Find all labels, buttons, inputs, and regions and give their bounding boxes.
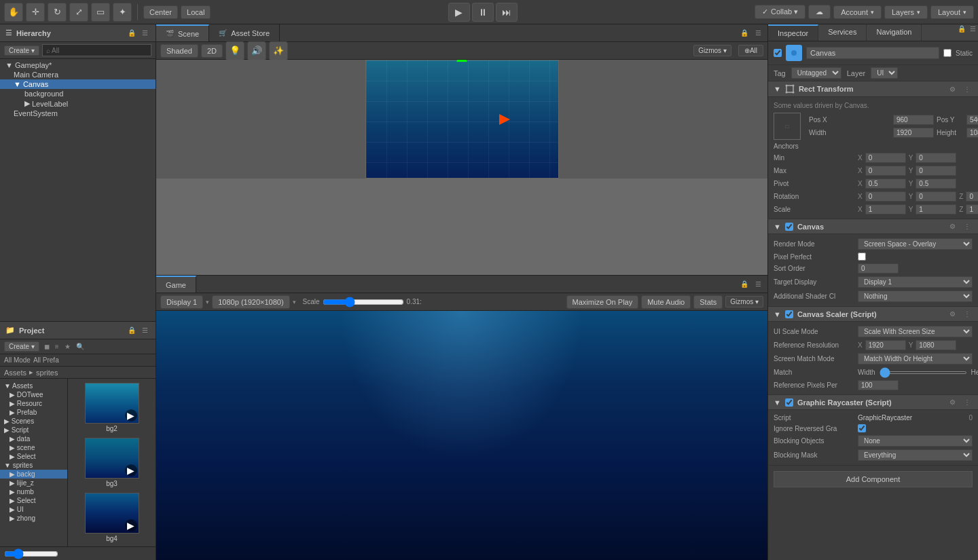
rot-x-input[interactable] bbox=[865, 191, 906, 202]
project-zoom-slider[interactable] bbox=[4, 548, 58, 559]
move-tool-icon[interactable]: ✛ bbox=[26, 3, 45, 22]
canvas-comp-more-icon[interactable]: ⋮ bbox=[962, 222, 973, 231]
pixel-perfect-checkbox[interactable] bbox=[858, 253, 866, 261]
graphic-raycaster-more-icon[interactable]: ⋮ bbox=[962, 398, 973, 407]
tab-asset-store[interactable]: 🛒 Asset Store bbox=[209, 24, 280, 41]
rect-posx-input[interactable] bbox=[893, 115, 934, 125]
stats-button[interactable]: Stats bbox=[693, 295, 723, 309]
center-button[interactable]: Center bbox=[143, 5, 178, 19]
rot-z-input[interactable] bbox=[966, 191, 978, 202]
shaded-button[interactable]: Shaded bbox=[160, 44, 198, 58]
rect-height-input[interactable] bbox=[966, 128, 978, 138]
cloud-button[interactable]: ☁ bbox=[808, 5, 831, 19]
audio-icon[interactable]: 🔊 bbox=[247, 41, 266, 60]
2d-button[interactable]: 2D bbox=[201, 44, 223, 58]
project-view-icon1[interactable]: ◼ bbox=[42, 342, 52, 351]
tree-item-prefab[interactable]: ▶ Prefab bbox=[0, 408, 67, 417]
play-button[interactable]: ▶ bbox=[448, 3, 470, 22]
rot-y-input[interactable] bbox=[916, 191, 956, 202]
tab-navigation[interactable]: Navigation bbox=[867, 24, 922, 41]
rotate-tool-icon[interactable]: ↻ bbox=[48, 3, 67, 22]
hand-tool-icon[interactable]: ✋ bbox=[4, 3, 23, 22]
canvas-scaler-more-icon[interactable]: ⋮ bbox=[962, 310, 973, 318]
scale-x-input[interactable] bbox=[865, 204, 906, 214]
tree-item-sprites[interactable]: ▼ sprites bbox=[0, 461, 67, 470]
asset-bg4[interactable]: ▶ bg4 bbox=[72, 493, 151, 542]
rect-transform-settings-icon[interactable]: ⚙ bbox=[947, 85, 958, 94]
path-assets[interactable]: Assets bbox=[4, 369, 26, 377]
scene-lock-icon[interactable]: 🔒 bbox=[738, 29, 750, 37]
project-view-icon4[interactable]: 🔍 bbox=[74, 342, 86, 351]
project-lock-icon[interactable]: 🔒 bbox=[126, 326, 138, 335]
tree-item-resourc[interactable]: ▶ Resourc bbox=[0, 399, 67, 408]
tree-item-lijie[interactable]: ▶ lijie_z bbox=[0, 479, 67, 487]
resolution-button[interactable]: 1080p (1920×1080) bbox=[212, 295, 289, 309]
project-mode-prefa[interactable]: All Prefa bbox=[33, 356, 59, 364]
layout-button[interactable]: Layout ▾ bbox=[930, 5, 974, 19]
local-button[interactable]: Local bbox=[181, 5, 211, 19]
canvas-scaler-settings-icon[interactable]: ⚙ bbox=[947, 310, 958, 318]
layer-select[interactable]: UI bbox=[871, 67, 898, 79]
canvas-scaler-checkbox[interactable] bbox=[785, 310, 793, 318]
tab-game[interactable]: Game bbox=[156, 276, 196, 293]
asset-bg2[interactable]: ▶ bg2 bbox=[72, 383, 151, 432]
transform-tool-icon[interactable]: ✦ bbox=[113, 3, 132, 22]
gizmos-button[interactable]: Gizmos ▾ bbox=[693, 45, 731, 56]
rect-posy-input[interactable] bbox=[966, 115, 978, 125]
rect-width-input[interactable] bbox=[893, 128, 934, 138]
path-sprites[interactable]: sprites bbox=[36, 369, 58, 377]
hierarchy-search-input[interactable] bbox=[42, 44, 151, 56]
project-menu-icon[interactable]: ☰ bbox=[140, 326, 150, 335]
light-icon[interactable]: 💡 bbox=[225, 41, 244, 60]
add-component-button[interactable]: Add Component bbox=[774, 471, 973, 487]
graphic-raycaster-header[interactable]: ▼ Graphic Raycaster (Script) ⚙ ⋮ bbox=[768, 395, 978, 410]
obj-active-checkbox[interactable] bbox=[774, 49, 782, 57]
hierarchy-item-maincamera[interactable]: Main Camera bbox=[0, 70, 156, 79]
hierarchy-item-eventsystem[interactable]: EventSystem bbox=[0, 109, 156, 118]
tree-item-ui[interactable]: ▶ UI bbox=[0, 505, 67, 514]
hierarchy-item-gameplay[interactable]: ▼ Gameplay* bbox=[0, 60, 156, 70]
canvas-comp-settings-icon[interactable]: ⚙ bbox=[947, 222, 958, 231]
game-menu-icon[interactable]: ☰ bbox=[753, 280, 763, 288]
display-button[interactable]: Display 1 bbox=[160, 295, 203, 309]
sort-order-input[interactable] bbox=[858, 263, 899, 274]
rect-transform-more-icon[interactable]: ⋮ bbox=[962, 85, 973, 94]
pause-button[interactable]: ⏸ bbox=[472, 3, 494, 22]
rect-tool-icon[interactable]: ▭ bbox=[91, 3, 110, 22]
effects-icon[interactable]: ✨ bbox=[269, 41, 288, 60]
maximize-on-play-button[interactable]: Maximize On Play bbox=[566, 295, 639, 309]
all-button[interactable]: ⊕All bbox=[738, 45, 763, 56]
scale-y-input[interactable] bbox=[916, 204, 956, 214]
game-lock-icon[interactable]: 🔒 bbox=[738, 280, 750, 288]
layers-button[interactable]: Layers ▾ bbox=[884, 5, 928, 19]
ui-scale-select[interactable]: Scale With Screen Size bbox=[858, 326, 973, 337]
additional-shader-select[interactable]: Nothing bbox=[858, 291, 973, 302]
pivot-x-input[interactable] bbox=[865, 179, 906, 189]
tree-item-script[interactable]: ▶ Script bbox=[0, 426, 67, 434]
ref-pixels-input[interactable] bbox=[858, 380, 899, 390]
static-checkbox[interactable] bbox=[943, 49, 952, 57]
anchors-max-y-input[interactable] bbox=[916, 166, 956, 176]
hierarchy-menu-icon[interactable]: ☰ bbox=[140, 29, 150, 37]
hierarchy-create-button[interactable]: Create ▾ bbox=[4, 45, 39, 56]
blocking-objects-select[interactable]: None bbox=[858, 435, 973, 447]
graphic-raycaster-settings-icon[interactable]: ⚙ bbox=[947, 398, 958, 407]
tree-item-select2[interactable]: ▶ Select bbox=[0, 496, 67, 505]
tree-item-scenes[interactable]: ▶ Scenes bbox=[0, 417, 67, 426]
ref-x-input[interactable] bbox=[865, 340, 906, 350]
rect-transform-header[interactable]: ▼ Rect Transform ⚙ ⋮ bbox=[768, 81, 978, 97]
inspector-menu-icon[interactable]: ☰ bbox=[968, 24, 978, 41]
hierarchy-lock-icon[interactable]: 🔒 bbox=[126, 29, 138, 37]
screen-match-select[interactable]: Match Width Or Height bbox=[858, 353, 973, 365]
match-slider[interactable] bbox=[880, 371, 967, 374]
ref-y-input[interactable] bbox=[916, 340, 956, 350]
obj-name-input[interactable] bbox=[806, 47, 939, 59]
account-button[interactable]: Account ▾ bbox=[833, 5, 882, 19]
anchors-min-y-input[interactable] bbox=[916, 153, 956, 163]
tag-select[interactable]: Untagged bbox=[791, 67, 841, 79]
target-display-select[interactable]: Display 1 bbox=[858, 276, 973, 288]
graphic-raycaster-checkbox[interactable] bbox=[785, 398, 793, 407]
asset-bg3[interactable]: ▶ bg3 bbox=[72, 438, 151, 487]
anchors-max-x-input[interactable] bbox=[865, 166, 906, 176]
canvas-comp-checkbox[interactable] bbox=[785, 223, 793, 231]
